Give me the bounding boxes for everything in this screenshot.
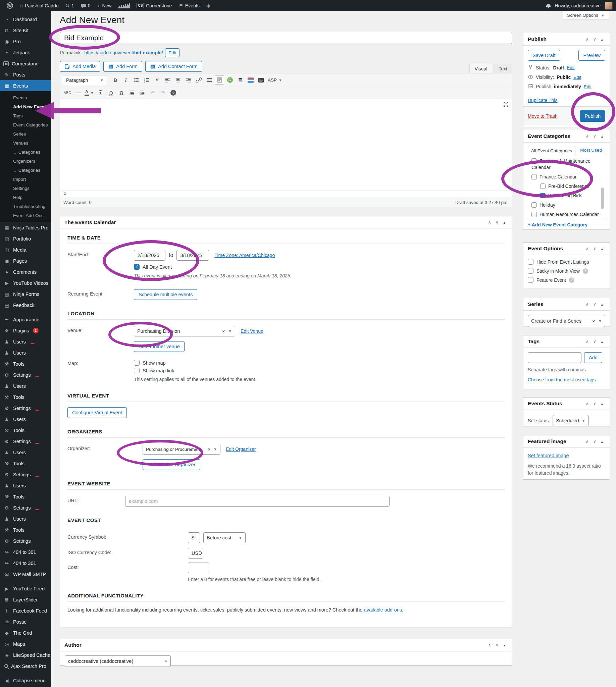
tab-all-event-categories[interactable]: All Event Categories bbox=[528, 146, 575, 155]
hide-from-event-listings-checkbox[interactable] bbox=[528, 259, 533, 265]
sidebar-item-jetpack[interactable]: ◓Jetpack bbox=[0, 47, 51, 58]
sidebar-item-venues[interactable]: Venues bbox=[0, 138, 51, 148]
organizer-select[interactable]: Purchasing or Procurement ×▼ bbox=[142, 444, 220, 455]
category-checkbox-human-resources-calendar[interactable] bbox=[531, 212, 537, 217]
howdy-account-menu[interactable]: Howdy, caddocreative bbox=[555, 3, 600, 8]
add-new-event-category-link[interactable]: + Add New Event Category bbox=[528, 222, 588, 227]
sidebar-item-youtube-feed[interactable]: ▶YouTube Feed bbox=[0, 583, 51, 594]
sidebar-item-ninja-tables-pro[interactable]: ▦Ninja Tables Pro bbox=[0, 222, 51, 233]
sidebar-item-series[interactable]: Series bbox=[0, 130, 51, 138]
sidebar-item-categories[interactable]: ∟Categories bbox=[0, 148, 51, 157]
bold-button[interactable]: B bbox=[111, 75, 120, 85]
sidebar-item-help[interactable]: Help bbox=[0, 193, 51, 202]
tab-text[interactable]: Text bbox=[493, 64, 512, 73]
metabox-handles[interactable]: ∧ ∨ ▲ bbox=[488, 643, 508, 647]
sidebar-item-media[interactable]: ◫Media bbox=[0, 244, 51, 255]
sidebar-item-dashboard[interactable]: ◔Dashboard bbox=[0, 14, 51, 25]
pricing-table-button[interactable] bbox=[246, 75, 255, 85]
set-featured-image-link[interactable]: Set featured image bbox=[528, 452, 605, 459]
sidebar-item-tags[interactable]: Tags bbox=[0, 111, 51, 120]
screen-options-button[interactable]: Screen Options ▼ bbox=[563, 11, 609, 20]
series-select[interactable]: Create or Find a Series ×▼ bbox=[528, 315, 605, 327]
metabox-handles[interactable]: ∧ ∨ ▲ bbox=[586, 339, 605, 344]
sidebar-item-users[interactable]: ♟Users bbox=[0, 380, 51, 392]
sidebar-item-facebook-feed[interactable]: fFacebook Feed bbox=[0, 605, 51, 616]
sidebar-item-pro[interactable]: ◉Pro bbox=[0, 36, 51, 47]
insert-link-button[interactable] bbox=[194, 75, 203, 85]
layerslider-button[interactable]: ≣ bbox=[236, 75, 245, 85]
sidebar-item-settings[interactable]: ⚙Settings bbox=[0, 369, 51, 380]
sidebar-item-posts[interactable]: ✎Posts bbox=[0, 69, 51, 80]
show-map-checkbox[interactable] bbox=[134, 360, 139, 365]
currency-symbol-input[interactable]: $ bbox=[188, 532, 200, 543]
start-date-input[interactable]: 2/18/2025 bbox=[134, 250, 166, 261]
sidebar-item-pages[interactable]: ▣Pages bbox=[0, 255, 51, 266]
permalink-link[interactable]: https://caddo.gov/event/bid-example/ bbox=[84, 50, 163, 56]
admin-bar-item-updates[interactable]: ↻1 bbox=[62, 0, 77, 11]
sidebar-item-collapse-menu[interactable]: ◀Collapse menu bbox=[0, 675, 51, 686]
choose-most-used-tags-link[interactable]: Choose from the most used tags bbox=[528, 377, 596, 382]
category-checkbox-holiday[interactable] bbox=[531, 202, 537, 208]
special-character-button[interactable]: Ω bbox=[117, 88, 126, 97]
category-checkbox-purchasing-bids[interactable] bbox=[540, 193, 546, 198]
sticky-in-month-view-checkbox[interactable] bbox=[528, 268, 533, 274]
configure-virtual-event-button[interactable]: Configure Virtual Event bbox=[67, 407, 127, 418]
undo-button[interactable]: ↶ bbox=[148, 88, 157, 97]
sidebar-item-add-new-event[interactable]: Add New Event bbox=[0, 102, 51, 111]
sidebar-item-event-categories[interactable]: Event Categories bbox=[0, 120, 51, 130]
sidebar-item-feedback[interactable]: ▤Feedback bbox=[0, 300, 51, 311]
tab-visual[interactable]: Visual bbox=[469, 64, 492, 73]
sidebar-item-events[interactable]: ▦Events bbox=[0, 80, 51, 91]
italic-button[interactable]: I bbox=[121, 75, 131, 85]
available-add-ons-link[interactable]: available add-ons bbox=[364, 607, 402, 613]
blockquote-button[interactable]: “ bbox=[152, 75, 162, 85]
tab-most-used[interactable]: Most Used bbox=[580, 148, 602, 155]
text-color-button[interactable]: A▼ bbox=[84, 88, 95, 97]
format-select[interactable]: Paragraph▼ bbox=[63, 75, 107, 85]
iso-currency-input[interactable]: USD bbox=[188, 548, 203, 558]
category-checkbox-finance-calendar[interactable] bbox=[531, 174, 537, 179]
admin-bar-item-comments[interactable]: 0 bbox=[78, 0, 94, 11]
metabox-handles[interactable]: ∧ ∨ ▲ bbox=[488, 220, 508, 225]
metabox-handles[interactable]: ∧ ∨ ▲ bbox=[586, 302, 605, 307]
admin-bar-item-litespeed[interactable]: ◈ bbox=[203, 0, 214, 11]
sidebar-item-users[interactable]: ♟Users bbox=[0, 414, 51, 425]
edit-publish-date-link[interactable]: Edit bbox=[584, 84, 592, 89]
clear-formatting-button[interactable] bbox=[106, 88, 116, 97]
sidebar-item-site-kit[interactable]: GSite Kit bbox=[0, 25, 51, 36]
add-another-organizer-button[interactable]: Add another organizer bbox=[142, 459, 200, 470]
sidebar-item-layerslider[interactable]: ≣LayerSlider bbox=[0, 594, 51, 605]
sidebar-item-tools[interactable]: ⚒Tools bbox=[0, 425, 51, 436]
sidebar-item-appearance[interactable]: ✒Appearance bbox=[0, 314, 51, 325]
redo-button[interactable]: ↷ bbox=[158, 88, 168, 97]
sidebar-item-organizers[interactable]: Organizers bbox=[0, 157, 51, 166]
the-grid-button[interactable]: G bbox=[225, 75, 235, 85]
sidebar-item-postie[interactable]: ✉Postie bbox=[0, 616, 51, 627]
ninja-forms-button[interactable] bbox=[256, 75, 266, 85]
add-tag-button[interactable]: Add bbox=[584, 352, 602, 363]
edit-permalink-button[interactable]: Edit bbox=[165, 48, 179, 57]
edit-venue-link[interactable]: Edit Venue bbox=[241, 328, 263, 334]
sidebar-item-wp-mail-smtp[interactable]: ✉WP Mail SMTP bbox=[0, 569, 51, 580]
edit-status-link[interactable]: Edit bbox=[567, 65, 574, 70]
help-icon[interactable]: ? bbox=[583, 268, 588, 274]
event-title-input[interactable]: Bid Example bbox=[60, 32, 512, 44]
sidebar-item-troubleshooting[interactable]: Troubleshooting bbox=[0, 202, 51, 211]
align-right-button[interactable] bbox=[183, 75, 193, 85]
save-draft-button[interactable]: Save Draft bbox=[528, 50, 560, 61]
sidebar-item-users[interactable]: ♟Users bbox=[0, 447, 51, 458]
sidebar-item-tools[interactable]: ⚒Tools bbox=[0, 358, 51, 369]
help-button[interactable]: ? bbox=[169, 88, 178, 97]
clear-icon[interactable]: × bbox=[222, 329, 225, 334]
category-checkbox-pre-bid-conference[interactable] bbox=[540, 183, 546, 189]
help-icon[interactable]: ? bbox=[569, 278, 574, 283]
sidebar-item-settings[interactable]: ⚙Settings bbox=[0, 535, 51, 547]
fullscreen-icon[interactable] bbox=[503, 102, 509, 108]
sidebar-item-ninja-forms[interactable]: ▤Ninja Forms bbox=[0, 288, 51, 300]
sidebar-item-ajax-search-pro[interactable]: Ajax Search Pro bbox=[0, 661, 51, 671]
metabox-handles[interactable]: ∧ ∨ ▲ bbox=[586, 439, 605, 444]
avatar[interactable] bbox=[604, 2, 613, 10]
indent-button[interactable] bbox=[137, 88, 147, 97]
numbered-list-button[interactable]: 123 bbox=[142, 75, 151, 85]
notifications-bell-icon[interactable] bbox=[546, 4, 551, 7]
